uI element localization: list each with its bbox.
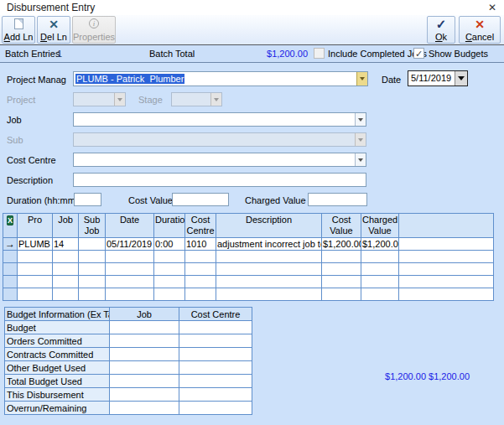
budget-row: Other Budget Used [5,361,252,375]
properties-icon: i [89,18,99,29]
cancel-button[interactable]: ✕ Cancel [459,16,501,44]
project-manager-label: Project Manag [7,75,66,85]
project-manager-combo[interactable]: PLUMB - Patrick Plumber [73,71,368,86]
cost-centre-label: Cost Centre [7,155,56,165]
budget-row: Contracts Committed [5,348,252,361]
stage-label: Stage [138,95,163,105]
job-combo[interactable] [73,112,366,127]
grid-header-pro: Pro [18,214,53,238]
budget-row: Orders Committed [5,334,252,348]
duration-input[interactable] [74,193,101,206]
budget-header-row: Budget Information (Ex Tax) Job Cost Cen… [5,308,252,321]
date-label: Date [382,75,401,85]
cost-centre-dropdown-icon[interactable] [355,153,366,166]
stage-dropdown-icon [210,93,221,106]
budget-row-label: Total Budget Used [5,375,110,388]
cell-cost-centre[interactable]: 1010 [185,238,216,251]
date-picker[interactable]: 5/11/2019 [408,70,468,86]
grid-header-charged-value: Charged Value [361,214,399,238]
ok-check-icon: ✓ [436,18,447,30]
budget-row: Budget [5,321,252,334]
cell-extra[interactable] [399,238,494,251]
show-budgets-label: Show Budgets [429,49,488,59]
batch-entries-label: Batch Entries [5,49,60,59]
grid-data-row: → PLUMB 14 05/11/2019 0:00 1010 adjustme… [3,238,494,251]
sub-combo [73,132,366,147]
grid-empty-row [3,251,494,263]
job-value [74,113,355,126]
grid-empty-row [3,276,494,288]
charged-total-value: $1,200.00 [428,371,470,381]
project-manager-dropdown-icon[interactable] [356,72,367,86]
sub-dropdown-icon [355,133,366,146]
project-manager-value: PLUMB - Patrick Plumber [74,72,356,86]
project-manager-selected-text: PLUMB - Patrick Plumber [75,74,184,84]
job-label: Job [7,115,22,125]
toolbar: Add Ln ✕ Del Ln i Properties ✓ Ok ✕ Canc… [0,15,504,45]
add-line-label: Add Ln [4,33,34,42]
grid-header-cost-value: Cost Value [322,214,361,238]
disbursement-entry-dialog: Disbursement Entry ✕ Add Ln ✕ Del Ln i P… [0,0,504,425]
grid-header-icon-cell: X [3,214,18,238]
date-value: 5/11/2019 [408,71,455,86]
ok-label: Ok [435,33,447,42]
include-completed-jobs-label: Include Completed Jobs [328,49,427,59]
cell-date[interactable]: 05/11/2019 [106,238,154,251]
grid-empty-row [3,288,494,301]
project-combo [73,92,126,106]
cell-cost-value[interactable]: $1,200.00 [322,238,361,251]
job-dropdown-icon[interactable] [355,113,366,126]
charged-value-label: Charged Value [245,195,306,205]
description-label: Description [7,175,53,185]
cost-value-input[interactable] [172,193,229,206]
cost-total-value: $1,200.00 [384,371,426,381]
grid-header-description: Description [216,214,322,238]
batch-total-label: Batch Total [149,49,195,59]
stage-value [172,93,210,106]
cell-job[interactable]: 14 [53,238,79,251]
delete-line-icon: ✕ [49,18,59,30]
cell-description[interactable]: adjustment incorrect job to cor [216,238,322,251]
row-indicator-cell: → [3,238,18,251]
grid-header-job: Job [53,214,79,238]
cell-pro[interactable]: PLUMB [18,238,53,251]
ok-button[interactable]: ✓ Ok [427,16,455,44]
show-budgets-checkbox[interactable] [413,48,424,59]
export-excel-icon[interactable]: X [7,215,13,225]
project-dropdown-icon [114,93,125,106]
window-title: Disbursement Entry [7,2,95,13]
include-completed-jobs-checkbox[interactable] [314,48,325,59]
cell-duration[interactable]: 0:00 [154,238,185,251]
disbursement-grid: X Pro Job Sub Job Date Duration Cost Cen… [3,213,494,301]
budget-header-cost-centre: Cost Centre [179,308,252,321]
description-input[interactable] [73,173,366,187]
budget-row-label: Contracts Committed [5,348,110,361]
cell-sub-job[interactable] [79,238,106,251]
properties-label: Properties [73,33,115,42]
budget-row-label: This Disbursement [5,388,110,402]
current-row-arrow-icon: → [5,238,15,250]
project-value [74,93,114,106]
add-line-icon [14,18,23,29]
delete-line-button[interactable]: ✕ Del Ln [37,16,70,44]
charged-value-input[interactable] [308,193,367,206]
sub-value [74,133,355,146]
batch-total-value: $1,200.00 [266,49,308,59]
cell-charged-value[interactable]: $1,200.00 [361,238,399,251]
cost-centre-value [74,153,355,166]
close-icon[interactable]: ✕ [486,1,499,14]
batch-bar: Batch Entries 1 Batch Total $1,200.00 In… [0,45,504,63]
date-dropdown-icon[interactable] [455,71,467,86]
grid-header-duration: Duration [154,214,185,238]
add-line-button[interactable]: Add Ln [2,16,35,44]
grid-header-empty [399,214,494,238]
cost-value-label: Cost Value [128,195,173,205]
batch-entries-value: 1 [57,49,62,59]
titlebar: Disbursement Entry ✕ [0,0,504,15]
budget-row-label: Overrun/Remaining [5,402,110,415]
budget-row: This Disbursement [5,388,252,402]
grid-header-row: X Pro Job Sub Job Date Duration Cost Cen… [3,214,494,238]
budget-header-job: Job [110,308,179,321]
cost-centre-combo[interactable] [73,153,366,167]
budget-header-info: Budget Information (Ex Tax) [5,308,110,321]
